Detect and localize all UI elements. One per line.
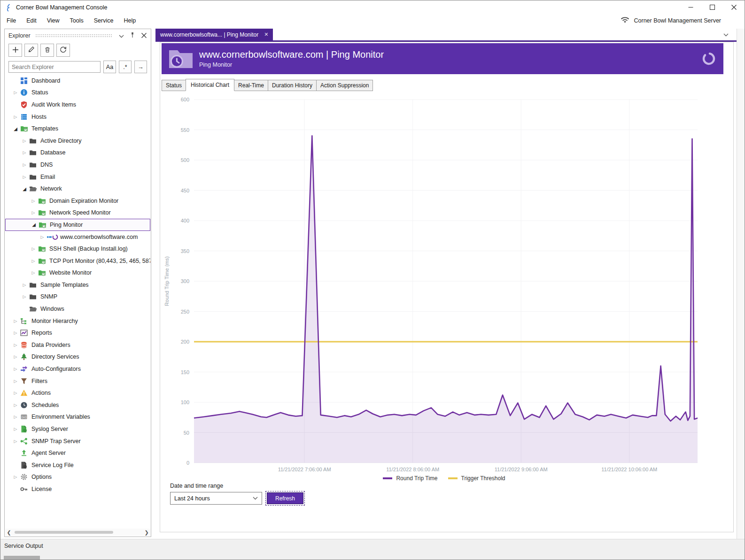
expander-collapsed-icon[interactable]: ▷ xyxy=(11,90,20,95)
tree-item-directory-services[interactable]: ▷Directory Services xyxy=(5,351,150,363)
menu-view[interactable]: View xyxy=(42,15,65,26)
search-input[interactable] xyxy=(8,61,101,73)
expander-collapsed-icon[interactable]: ▷ xyxy=(20,294,29,299)
tree-item-reports[interactable]: ▷Reports xyxy=(5,327,150,339)
tree-item-hosts[interactable]: ▷Hosts xyxy=(5,111,150,123)
tree-item-status[interactable]: ▷Status xyxy=(5,87,150,99)
tree-item-filters[interactable]: ▷Filters xyxy=(5,375,150,387)
expander-collapsed-icon[interactable]: ▷ xyxy=(29,210,38,215)
close-button[interactable] xyxy=(723,0,745,15)
hscroll-thumb[interactable] xyxy=(15,531,113,534)
expander-collapsed-icon[interactable]: ▷ xyxy=(11,343,20,347)
search-next-button[interactable]: → xyxy=(134,61,147,73)
expander-collapsed-icon[interactable]: ▷ xyxy=(11,391,20,395)
panel-grip[interactable] xyxy=(35,34,112,38)
expander-collapsed-icon[interactable]: ▷ xyxy=(29,199,38,203)
tree-item-snmp[interactable]: ▷SNMP xyxy=(5,291,150,303)
expander-collapsed-icon[interactable]: ▷ xyxy=(11,367,20,371)
tree-item-tcp-port-monitor-80-443-25-465-587-143[interactable]: ▷TCP Port Monitor (80,443, 25, 465, 587,… xyxy=(5,255,150,267)
pin-panel-button[interactable] xyxy=(128,31,137,40)
tree-item-environment-variables[interactable]: ▷(x)Environment Variables xyxy=(5,411,150,423)
expander-collapsed-icon[interactable]: ▷ xyxy=(11,427,20,431)
minimize-button[interactable] xyxy=(680,0,701,15)
expander-collapsed-icon[interactable]: ▷ xyxy=(11,439,20,444)
expander-expanded-icon[interactable]: ◢ xyxy=(20,186,29,192)
refresh-tree-button[interactable] xyxy=(56,44,70,57)
panel-menu-button[interactable] xyxy=(117,31,125,40)
match-case-button[interactable]: Aa xyxy=(103,61,116,73)
menu-service[interactable]: Service xyxy=(89,15,119,26)
tree-item-network[interactable]: ◢Network xyxy=(5,183,150,195)
expander-collapsed-icon[interactable]: ▷ xyxy=(20,175,29,179)
tree-item-network-speed-monitor[interactable]: ▷Network Speed Monitor xyxy=(5,207,150,219)
tree-item-schedules[interactable]: ▷Schedules xyxy=(5,399,150,411)
tree-item-ping-monitor[interactable]: ◢Ping Monitor xyxy=(5,219,150,231)
scroll-right-icon[interactable]: ❯ xyxy=(143,529,150,536)
close-panel-button[interactable] xyxy=(140,31,148,40)
tree-item-actions[interactable]: ▷Actions xyxy=(5,387,150,399)
expander-collapsed-icon[interactable]: ▷ xyxy=(20,162,29,167)
expander-collapsed-icon[interactable]: ▷ xyxy=(38,235,47,239)
tree-item-active-directory[interactable]: ▷Active Directory xyxy=(5,135,150,147)
tab-close-icon[interactable]: ✕ xyxy=(264,31,268,38)
tree-item-syslog-server[interactable]: ▷Syslog Server xyxy=(5,423,150,435)
date-range-select[interactable]: Last 24 hours xyxy=(170,492,262,505)
expander-collapsed-icon[interactable]: ▷ xyxy=(11,414,20,419)
tree-item-data-providers[interactable]: ▷Data Providers xyxy=(5,339,150,351)
right-edge-strip[interactable] xyxy=(737,29,745,539)
tree-item-audit-work-items[interactable]: Audit Work Items xyxy=(5,99,150,111)
tab-real-time[interactable]: Real-Time xyxy=(234,80,268,91)
edit-button[interactable] xyxy=(24,44,38,57)
tree-item-website-monitor[interactable]: ▷Website Monitor xyxy=(5,267,150,279)
expander-collapsed-icon[interactable]: ▷ xyxy=(20,283,29,287)
menu-help[interactable]: Help xyxy=(118,15,141,26)
tree-item-sample-templates[interactable]: ▷Sample Templates xyxy=(5,279,150,291)
tree-item-dns[interactable]: ▷DNS xyxy=(5,159,150,171)
tree-item-email[interactable]: ▷Email xyxy=(5,171,150,183)
expander-collapsed-icon[interactable]: ▷ xyxy=(29,246,38,251)
tree-item-ssh-shell-backup-install-log[interactable]: ▷SSH Shell (Backup Install.log) xyxy=(5,243,150,255)
tab-list-chevron-icon[interactable] xyxy=(721,31,731,38)
expander-collapsed-icon[interactable]: ▷ xyxy=(29,270,38,275)
regex-button[interactable]: .* xyxy=(119,61,132,73)
expander-collapsed-icon[interactable]: ▷ xyxy=(11,330,20,335)
add-button[interactable] xyxy=(8,44,22,57)
tab-status[interactable]: Status xyxy=(162,80,186,91)
menu-tools[interactable]: Tools xyxy=(65,15,89,26)
tree-item-auto-configurators[interactable]: ▷Auto-Configurators xyxy=(5,363,150,375)
expander-expanded-icon[interactable]: ◢ xyxy=(11,126,20,131)
refresh-button[interactable]: Refresh xyxy=(267,492,303,504)
tree-item-options[interactable]: ▷Options xyxy=(5,471,150,483)
tree-item-templates[interactable]: ◢Templates xyxy=(5,123,150,135)
expander-expanded-icon[interactable]: ◢ xyxy=(29,222,39,227)
delete-button[interactable] xyxy=(40,44,54,57)
expander-collapsed-icon[interactable]: ▷ xyxy=(29,259,38,263)
menu-edit[interactable]: Edit xyxy=(21,15,42,26)
tree-item-monitor-hierarchy[interactable]: ▷Monitor Hierarchy xyxy=(5,315,150,327)
tree-item-domain-expiration-monitor[interactable]: ▷Domain Expiration Monitor xyxy=(5,195,150,207)
tree-item-agent-server[interactable]: Agent Server xyxy=(5,447,150,459)
expander-collapsed-icon[interactable]: ▷ xyxy=(20,150,29,155)
expander-collapsed-icon[interactable]: ▷ xyxy=(20,138,29,143)
expander-collapsed-icon[interactable]: ▷ xyxy=(11,354,20,359)
expander-collapsed-icon[interactable]: ▷ xyxy=(11,475,20,479)
tab-duration-history[interactable]: Duration History xyxy=(268,80,316,91)
tree-item-dashboard[interactable]: Dashboard xyxy=(5,75,150,87)
maximize-button[interactable] xyxy=(701,0,723,15)
tree-item-database[interactable]: ▷Database xyxy=(5,147,150,159)
menu-file[interactable]: File xyxy=(1,15,21,26)
expander-collapsed-icon[interactable]: ▷ xyxy=(11,379,20,384)
expander-collapsed-icon[interactable]: ▷ xyxy=(11,319,20,323)
tab-historical-chart[interactable]: Historical Chart xyxy=(186,79,234,91)
document-tab[interactable]: www.cornerbowlsoftwa... | Ping Monitor ✕ xyxy=(155,29,273,40)
tab-action-suppression[interactable]: Action Suppression xyxy=(316,80,373,91)
tree-item-service-log-file[interactable]: Service Log File xyxy=(5,459,150,471)
tree-item-snmp-trap-server[interactable]: ▷SNMP Trap Server xyxy=(5,435,150,447)
expander-collapsed-icon[interactable]: ▷ xyxy=(11,115,20,119)
hscroll-track[interactable] xyxy=(13,530,143,534)
expander-collapsed-icon[interactable]: ▷ xyxy=(11,403,20,407)
tree-item-www-cornerbowlsoftware-com[interactable]: ▷www.cornerbowlsoftware.com xyxy=(5,231,150,243)
scroll-left-icon[interactable]: ❮ xyxy=(5,529,13,536)
tree-item-license[interactable]: License xyxy=(5,483,150,495)
tree-item-windows[interactable]: Windows xyxy=(5,303,150,315)
